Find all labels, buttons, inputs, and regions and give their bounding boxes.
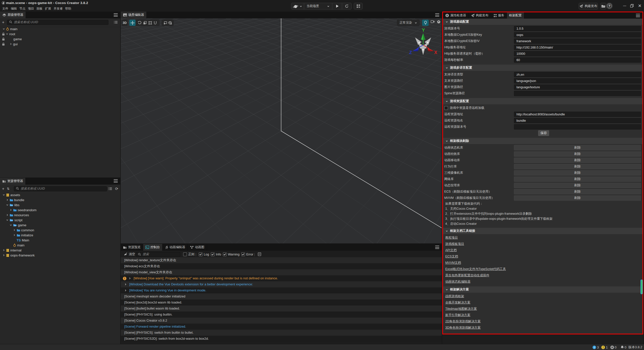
svg-text:Z: Z	[409, 50, 412, 55]
svg-text:i: i	[594, 346, 595, 349]
svg-text:X: X	[434, 50, 437, 55]
